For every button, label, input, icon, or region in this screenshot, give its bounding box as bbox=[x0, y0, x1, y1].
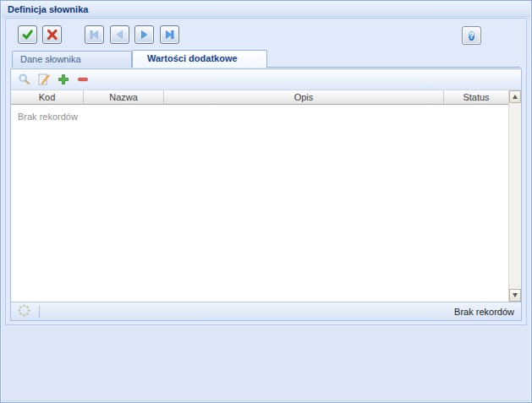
x-icon bbox=[45, 31, 59, 44]
edit-icon bbox=[37, 76, 51, 89]
column-header-kod[interactable]: Kod bbox=[11, 90, 84, 104]
previous-record-button[interactable] bbox=[110, 25, 129, 44]
form-panel: ? Dane słownika Wartości dodatkowe bbox=[5, 18, 527, 325]
column-header-opis[interactable]: Opis bbox=[164, 90, 444, 104]
next-record-button[interactable] bbox=[134, 25, 154, 44]
toolbar-spacer bbox=[68, 36, 81, 37]
tab-label: Dane słownika bbox=[20, 54, 81, 64]
tab-wartosci-dodatkowe[interactable]: Wartości dodatkowe bbox=[132, 50, 267, 68]
grid-status-bar: Brak rekordów bbox=[11, 302, 521, 320]
help-button[interactable]: ? bbox=[462, 26, 481, 45]
search-icon bbox=[18, 76, 31, 89]
tab-dane-slownika[interactable]: Dane słownika bbox=[12, 51, 132, 68]
scrollbar-track[interactable] bbox=[509, 103, 521, 289]
additional-values-panel: Kod Nazwa Opis Status Brak rekordów Brak… bbox=[10, 68, 522, 321]
tab-label: Wartości dodatkowe bbox=[147, 53, 238, 63]
grid-columns-area: Kod Nazwa Opis Status Brak rekordów bbox=[11, 90, 508, 302]
record-count-text: Brak rekordów bbox=[454, 307, 514, 317]
accept-button[interactable] bbox=[18, 25, 37, 44]
spinner-dots-icon bbox=[18, 304, 30, 319]
first-record-icon bbox=[87, 31, 101, 44]
column-header-nazwa[interactable]: Nazwa bbox=[84, 90, 164, 104]
triangle-down-icon bbox=[513, 293, 518, 297]
page-title: Definicja słownika bbox=[2, 2, 530, 17]
cancel-button[interactable] bbox=[42, 25, 62, 44]
add-button[interactable] bbox=[57, 73, 70, 86]
scroll-up-button[interactable] bbox=[509, 90, 521, 103]
grid-toolbar bbox=[11, 69, 521, 90]
tab-strip: Dane słownika Wartości dodatkowe bbox=[12, 50, 520, 68]
next-record-icon bbox=[137, 31, 151, 44]
remove-button[interactable] bbox=[76, 73, 90, 86]
triangle-up-icon bbox=[513, 95, 518, 99]
dictionary-definition-window: Definicja słownika ? bbox=[0, 0, 532, 403]
grid-header: Kod Nazwa Opis Status bbox=[11, 90, 508, 105]
grid: Kod Nazwa Opis Status Brak rekordów bbox=[11, 90, 521, 302]
first-record-button[interactable] bbox=[85, 25, 104, 44]
check-icon bbox=[20, 31, 35, 44]
previous-record-icon bbox=[112, 31, 127, 44]
last-record-icon bbox=[162, 31, 177, 44]
scroll-down-button[interactable] bbox=[509, 289, 521, 302]
add-icon bbox=[57, 76, 70, 89]
vertical-scrollbar[interactable] bbox=[508, 90, 521, 302]
grid-body-empty-text: Brak rekordów bbox=[11, 105, 508, 302]
edit-button[interactable] bbox=[37, 73, 51, 86]
last-record-button[interactable] bbox=[160, 25, 179, 44]
search-button[interactable] bbox=[18, 73, 31, 86]
column-header-status[interactable]: Status bbox=[444, 90, 508, 104]
status-separator bbox=[39, 306, 40, 318]
help-icon: ? bbox=[469, 31, 474, 41]
main-toolbar: ? bbox=[18, 25, 521, 46]
remove-icon bbox=[76, 76, 90, 89]
